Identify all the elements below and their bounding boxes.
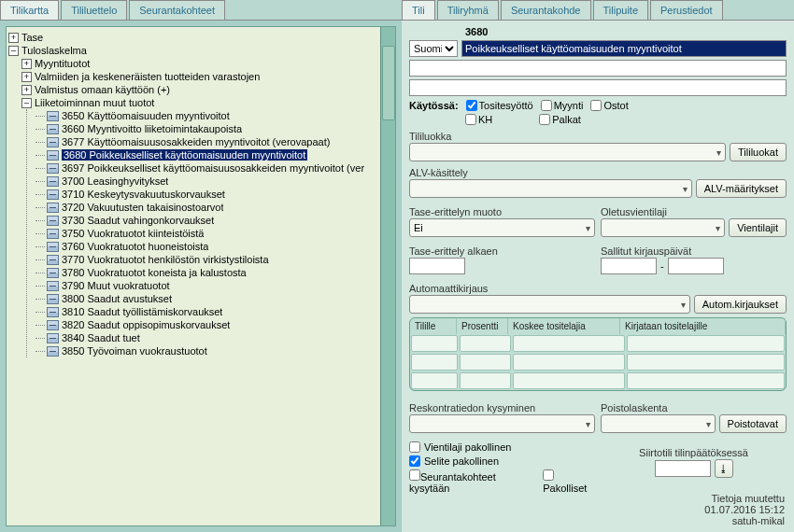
tree-leaf[interactable]: 3760 Vuokratuotot huoneistoista bbox=[35, 240, 393, 253]
date-to-input[interactable] bbox=[668, 258, 724, 274]
tree-node-myyntituotot[interactable]: Myyntituotot bbox=[35, 58, 90, 69]
tositesyotto-checkbox[interactable]: Tositesyöttö bbox=[466, 100, 533, 111]
tree-leaf[interactable]: 3677 Käyttöomaisuusosakkeiden myyntivoit… bbox=[35, 135, 393, 148]
alv-combo[interactable] bbox=[409, 179, 692, 198]
autom-button[interactable]: Autom.kirjaukset bbox=[694, 295, 787, 314]
tab-tililuettelo[interactable]: Tililuettelo bbox=[61, 0, 127, 20]
tab-seurantakohde[interactable]: Seurantakohde bbox=[501, 0, 591, 20]
grid-cell[interactable] bbox=[513, 354, 625, 371]
tree-node-valmiiden[interactable]: Valmiiden ja keskeneräisten tuotteiden v… bbox=[35, 71, 260, 82]
myynti-checkbox[interactable]: Myynti bbox=[541, 100, 584, 111]
account-icon bbox=[47, 294, 59, 304]
tree-leaf[interactable]: 3660 Myyntivoitto liiketoimintakaupoista bbox=[35, 122, 393, 135]
tree-leaf[interactable]: 3850 Työvoiman vuokraustuotot bbox=[35, 344, 393, 357]
alv-button[interactable]: ALV-määritykset bbox=[696, 179, 787, 198]
siirtotili-lookup-button[interactable]: ⭳ bbox=[715, 459, 733, 478]
tree-leaf-label: 3840 Saadut tuet bbox=[62, 332, 140, 343]
automaattikirjaus-combo[interactable] bbox=[409, 295, 690, 314]
account-icon bbox=[47, 346, 59, 357]
tree-leaf[interactable]: 3800 Saadut avustukset bbox=[35, 292, 393, 305]
tree-leaf[interactable]: 3790 Muut vuokratuotot bbox=[35, 279, 393, 292]
tree-leaf[interactable]: 3650 Käyttöomaisuuden myyntivoitot bbox=[35, 109, 393, 122]
account-icon bbox=[47, 333, 59, 343]
tree-leaf[interactable]: 3780 Vuokratuotot koneista ja kalustosta bbox=[35, 266, 393, 279]
tab-tiliryhma[interactable]: Tiliryhmä bbox=[437, 0, 499, 20]
poistolaskenta-combo[interactable] bbox=[601, 414, 716, 433]
kh-checkbox[interactable]: KH bbox=[465, 114, 492, 125]
grid-cell[interactable] bbox=[460, 372, 511, 389]
grid-cell[interactable] bbox=[513, 372, 625, 389]
tree-scrollbar[interactable] bbox=[380, 27, 395, 525]
account-icon bbox=[47, 124, 59, 134]
tree-leaf-label: 3650 Käyttöomaisuuden myyntivoitot bbox=[62, 110, 230, 121]
grid-cell[interactable] bbox=[460, 354, 511, 371]
tree-node-tuloslaskelma[interactable]: Tuloslaskelma bbox=[21, 45, 87, 56]
tree-node-liiketoiminnan[interactable]: Liiketoiminnan muut tuotot bbox=[35, 97, 154, 108]
tase-erittely-alkaen-input[interactable] bbox=[409, 258, 465, 274]
grid-cell[interactable] bbox=[411, 372, 458, 389]
grid-cell[interactable] bbox=[460, 335, 511, 352]
vientilaji-pakollinen-checkbox[interactable]: Vientilaji pakollinen bbox=[409, 441, 595, 453]
tab-tili[interactable]: Tili bbox=[402, 0, 435, 20]
expand-icon[interactable]: + bbox=[21, 72, 32, 82]
expand-icon[interactable]: + bbox=[21, 85, 32, 95]
date-from-input[interactable] bbox=[601, 258, 657, 274]
palkat-checkbox[interactable]: Palkat bbox=[539, 114, 581, 125]
account-icon bbox=[47, 216, 59, 226]
selite-pakollinen-checkbox[interactable]: Selite pakollinen bbox=[409, 455, 595, 467]
expand-icon[interactable]: + bbox=[21, 59, 32, 69]
tree-leaf[interactable]: 3680 Poikkeukselliset käyttöomaisuuden m… bbox=[35, 148, 393, 161]
tree-leaf-label: 3677 Käyttöomaisuusosakkeiden myyntivoit… bbox=[62, 136, 330, 147]
tree-leaf[interactable]: 3820 Saadut oppisopimuskorvaukset bbox=[35, 318, 393, 331]
poistotavat-button[interactable]: Poistotavat bbox=[719, 414, 787, 433]
tililuokka-combo[interactable] bbox=[409, 143, 726, 161]
description-2-input[interactable] bbox=[409, 60, 787, 77]
tree-leaf[interactable]: 3750 Vuokratuotot kiinteistöistä bbox=[35, 227, 393, 240]
tree-leaf[interactable]: 3730 Saadut vahingonkorvaukset bbox=[35, 214, 393, 227]
tree-leaf[interactable]: 3770 Vuokratuotot henkilöstön virkistyst… bbox=[35, 253, 393, 266]
description-input[interactable] bbox=[461, 40, 787, 57]
tree-leaf[interactable]: 3840 Saadut tuet bbox=[35, 331, 393, 344]
account-icon bbox=[47, 229, 59, 239]
tab-perustiedot[interactable]: Perustiedot bbox=[650, 0, 723, 20]
grid-cell[interactable] bbox=[627, 354, 785, 371]
expand-icon[interactable]: + bbox=[8, 33, 19, 43]
collapse-icon[interactable]: – bbox=[21, 98, 32, 108]
language-select[interactable]: Suomi bbox=[409, 40, 458, 57]
tase-erittelyn-combo[interactable]: Ei bbox=[409, 218, 595, 237]
grid-cell[interactable] bbox=[411, 335, 458, 352]
grid-header: Tilille bbox=[410, 318, 457, 334]
ostot-checkbox[interactable]: Ostot bbox=[590, 100, 628, 111]
grid-cell[interactable] bbox=[411, 354, 458, 371]
pakolliset-checkbox[interactable]: Pakolliset bbox=[543, 469, 595, 494]
tree-leaf[interactable]: 3700 Leasinghyvitykset bbox=[35, 175, 393, 188]
right-tabs: Tili Tiliryhmä Seurantakohde Tilipuite P… bbox=[402, 0, 794, 21]
collapse-icon[interactable]: – bbox=[8, 46, 19, 56]
tree-leaf[interactable]: 3720 Vakuutusten takaisinostoarvot bbox=[35, 201, 393, 214]
grid-header: Prosentti bbox=[457, 318, 508, 334]
seurantakohteet-checkbox[interactable]: Seurantakohteet kysytään bbox=[409, 469, 532, 494]
tree-node-tase[interactable]: Tase bbox=[21, 32, 43, 43]
grid-cell[interactable] bbox=[513, 335, 625, 352]
tree-leaf[interactable]: 3697 Poikkeukselliset käyttöomaisuusosak… bbox=[35, 161, 393, 175]
grid-header: Koskee tositelajia bbox=[508, 318, 620, 334]
siirtotili-input[interactable] bbox=[655, 460, 711, 477]
vientilajit-button[interactable]: Vientilajit bbox=[729, 218, 787, 237]
tab-seurantakohteet[interactable]: Seurantakohteet bbox=[129, 0, 225, 20]
tree-leaf-label: 3770 Vuokratuotot henkilöstön virkistyst… bbox=[62, 254, 269, 265]
tab-tilikartta[interactable]: Tilikartta bbox=[0, 0, 59, 20]
tililuokat-button[interactable]: Tililuokat bbox=[730, 143, 787, 161]
tab-tilipuite[interactable]: Tilipuite bbox=[593, 0, 649, 20]
tree-leaf[interactable]: 3710 Keskeytysvakuutuskorvaukset bbox=[35, 188, 393, 201]
description-3-input[interactable] bbox=[409, 79, 787, 96]
scroll-thumb[interactable] bbox=[382, 46, 395, 120]
account-icon bbox=[47, 137, 59, 147]
grid-cell[interactable] bbox=[627, 372, 785, 389]
tree-node-valmistus[interactable]: Valmistus omaan käyttöön (+) bbox=[35, 84, 170, 95]
grid-cell[interactable] bbox=[627, 335, 785, 352]
account-tree[interactable]: +Tase –Tuloslaskelma +Myyntituotot +Valm… bbox=[6, 26, 396, 526]
oletusvientilaji-combo[interactable] bbox=[601, 218, 725, 237]
account-icon bbox=[47, 268, 59, 278]
tree-leaf[interactable]: 3810 Saadut työllistämiskorvaukset bbox=[35, 305, 393, 318]
reskontra-combo[interactable] bbox=[409, 414, 595, 433]
